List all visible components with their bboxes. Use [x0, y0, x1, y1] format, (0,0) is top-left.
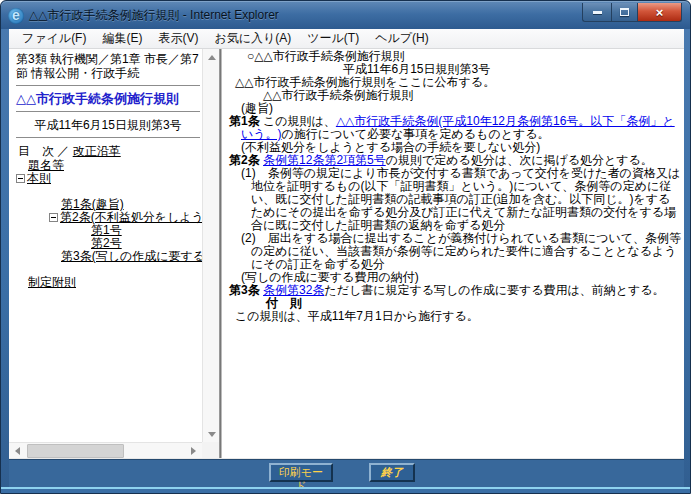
menu-tools[interactable]: ツール(T): [299, 28, 367, 49]
doc-item-2: (2) 届出をする場合に提出することが義務付けられている書類について、条例等の定…: [229, 232, 681, 271]
toc-horizontal-scrollbar[interactable]: [9, 442, 202, 458]
scroll-right-icon: [191, 447, 196, 455]
doc-text: の施行について必要な事項を定めるものとする。: [282, 127, 550, 141]
doc-text: ○△△市行政手続条例施行規則: [247, 49, 405, 63]
internet-explorer-icon: e: [8, 8, 24, 24]
toc-content: 第3類 執行機関／第1章 市長／第7節 情報公開・行政手続 △△市行政手続条例施…: [9, 49, 202, 442]
scroll-left-icon: [15, 447, 20, 455]
toc-row: 制定附則: [16, 276, 200, 289]
article-number: 付 則: [266, 296, 302, 310]
doc-text: (不利益処分をしようとする場合の手続を要しない処分): [241, 140, 540, 154]
footer-bar: 印刷モード 終了: [9, 458, 684, 487]
window-title: △△市行政手続条例施行規則 - Internet Explorer: [29, 7, 279, 24]
doc-text: △△市行政手続条例施行規則: [263, 88, 413, 102]
doc-text: (2) 届出をする場合に提出することが義務付けられている書類について、条例等の定…: [241, 231, 681, 271]
doc-fusoku-body: この規則は、平成11年7月1日から施行する。: [235, 310, 681, 323]
toc-item-art2[interactable]: 第2条(不利益処分をしようとする: [60, 211, 202, 224]
menu-favorites[interactable]: お気に入り(A): [206, 28, 299, 49]
divider-rule: [16, 85, 200, 87]
menu-help[interactable]: ヘルプ(H): [367, 28, 437, 49]
article-number: 第3条: [229, 283, 260, 297]
tree-collapse-icon[interactable]: [49, 213, 58, 222]
article-number: 第1条: [229, 114, 260, 128]
toc-separator: ／: [57, 144, 69, 158]
horizontal-scroll-thumb[interactable]: [27, 444, 124, 458]
minimize-button[interactable]: [582, 3, 611, 22]
toc-history-link[interactable]: 改正沿革: [73, 144, 121, 158]
toc-row: 第3条(写しの作成に要する費用(: [16, 250, 200, 263]
doc-subtitle: △△市行政手続条例施行規則: [263, 89, 681, 102]
maximize-button[interactable]: [611, 3, 638, 22]
divider-rule: [16, 111, 200, 113]
toc-row: 本則: [16, 172, 200, 185]
scroll-left-button[interactable]: [9, 443, 26, 458]
toc-header: 目 次 ／ 改正沿革: [18, 144, 200, 158]
scroll-right-button[interactable]: [185, 443, 202, 458]
scrollbar-corner: [202, 442, 219, 458]
breadcrumb: 第3類 執行機関／第1章 市長／第7節 情報公開・行政手続: [16, 52, 200, 80]
divider-rule: [16, 137, 200, 139]
exit-button[interactable]: 終了: [369, 463, 415, 482]
toc-item-seitei-fusoku[interactable]: 制定附則: [28, 276, 76, 289]
toc-frame: 第3類 執行機関／第1章 市長／第7節 情報公開・行政手続 △△市行政手続条例施…: [9, 49, 219, 458]
scroll-up-button[interactable]: [203, 49, 219, 65]
document-link[interactable]: 条例第32条: [263, 283, 324, 297]
doc-text: (趣旨): [241, 101, 273, 115]
doc-text: この規則は、: [260, 114, 336, 128]
doc-text: △△市行政手続条例施行規則をここに公布する。: [235, 75, 495, 89]
menu-edit[interactable]: 編集(E): [94, 28, 150, 49]
doc-article-1: 第1条 この規則は、△△市行政手続条例(平成10年12月条例第16号。以下「条例…: [229, 115, 681, 141]
minimize-icon: [593, 11, 602, 14]
doc-item-1: (1) 条例等の規定により市長が交付する書類であって交付を受けた者の資格又は地位…: [229, 167, 681, 232]
sidebar-title: △△市行政手続条例施行規則: [16, 92, 200, 106]
document-frame: ○△△市行政手続条例施行規則平成11年6月15日規則第3号△△市行政手続条例施行…: [222, 49, 684, 458]
doc-text: ただし書に規定する写しの作成に要する費用は、前納とする。: [324, 283, 664, 297]
toc-item-art3[interactable]: 第3条(写しの作成に要する費用(: [61, 250, 202, 263]
sidebar-reg-number: 平成11年6月15日規則第3号: [16, 118, 200, 132]
close-icon: ×: [656, 6, 664, 19]
doc-text: (1) 条例等の規定により市長が交付する書類であって交付を受けた者の資格又は地位…: [241, 166, 680, 232]
tree-collapse-icon[interactable]: [16, 174, 25, 183]
doc-text: (写しの作成に要する費用の納付): [241, 270, 419, 284]
toc-item-honsoku[interactable]: 本則: [27, 172, 51, 185]
doc-text: この規則は、平成11年7月1日から施行する。: [235, 309, 479, 323]
menu-file[interactable]: ファイル(F): [14, 28, 94, 49]
scroll-up-icon: [208, 55, 216, 60]
scroll-down-icon: [208, 432, 216, 437]
toc-vertical-scrollbar[interactable]: [202, 49, 219, 442]
toc-title: 目 次: [18, 144, 54, 158]
menu-bar: ファイル(F)編集(E)表示(V)お気に入り(A)ツール(T)ヘルプ(H): [9, 29, 684, 49]
doc-text: の規則で定める処分は、次に掲げる処分とする。: [386, 153, 653, 167]
browser-window: e △△市行政手続条例施行規則 - Internet Explorer × ファ…: [0, 0, 691, 494]
window-controls: ×: [582, 3, 682, 22]
window-bottom-border: [1, 487, 690, 494]
article-number: 第2条: [229, 153, 260, 167]
scroll-down-button[interactable]: [203, 426, 219, 442]
close-button[interactable]: ×: [638, 3, 682, 22]
menu-view[interactable]: 表示(V): [150, 28, 206, 49]
document-link[interactable]: 条例第12条第2項第5号: [263, 153, 386, 167]
doc-text: 平成11年6月15日規則第3号: [343, 62, 490, 76]
print-mode-button[interactable]: 印刷モード: [269, 463, 333, 482]
title-bar[interactable]: e △△市行政手続条例施行規則 - Internet Explorer ×: [1, 1, 690, 29]
toc-list: 題名等本則第1条(趣旨)第2条(不利益処分をしようとする第1号第2号第3条(写し…: [16, 159, 200, 289]
maximize-icon: [620, 8, 629, 16]
